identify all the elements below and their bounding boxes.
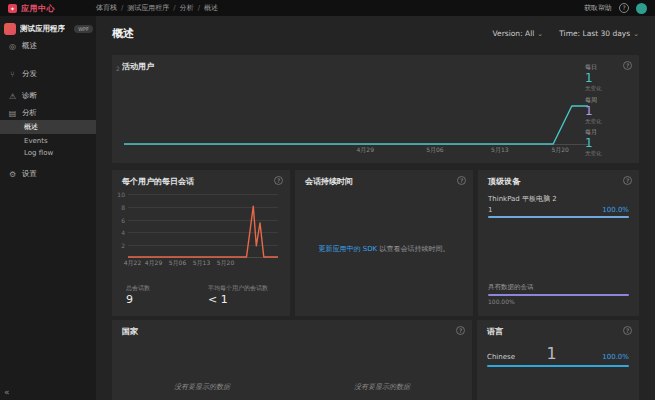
avg-sessions-per-user-stat: 平均每个用户的会话数 < 1	[208, 284, 268, 306]
x-tick: 4月29	[357, 146, 374, 155]
sidebar-item-analytics[interactable]: ▤ 分析	[0, 105, 96, 121]
sessions-with-data: 具有数据的会话 100.00%	[488, 283, 629, 305]
daily-sessions-card: 每个用户的每日会话 ? 10 8 6 4 2 4月22 4月29 5月06 5月…	[112, 170, 290, 316]
get-help-link[interactable]: 获取帮助	[584, 3, 612, 13]
weekly-active-users-stat: 每周 1 无变化	[585, 96, 633, 125]
diagnostics-icon: ⚠	[8, 92, 17, 101]
no-data-message: 没有要显示的数据	[292, 382, 472, 392]
sidebar-item-label: 概述	[24, 122, 38, 132]
device-name: ThinkPad 平板电脑 2	[488, 194, 629, 204]
card-title: 语言	[487, 326, 503, 337]
update-sdk-link[interactable]: 更新应用中的 SDK	[319, 245, 378, 253]
x-tick: 5月13	[193, 259, 210, 268]
sidebar-item-overview[interactable]: ◎ 概述	[0, 38, 96, 54]
sidebar-item-distribute[interactable]: ⑂ 分发	[0, 66, 96, 82]
stat-value: 1	[585, 105, 633, 118]
daily-sessions-line	[128, 194, 278, 258]
device-bar	[488, 216, 629, 218]
x-tick: 5月06	[169, 259, 186, 268]
time-filter-label: Time: Last 30 days	[559, 29, 630, 38]
app-center-logo-text[interactable]: 应用中心	[21, 3, 55, 14]
card-title: 会话持续时间	[305, 176, 353, 187]
daily-sessions-line-chart: 10 8 6 4 2 4月22 4月29 5月06 5月13 5月20	[128, 194, 278, 258]
stat-label: 总会话数	[126, 284, 150, 293]
message-text: 以查看会话持续时间。	[377, 245, 449, 253]
sidebar-item-label: 设置	[22, 169, 37, 179]
stat-value: 9	[126, 293, 150, 306]
app-center-logo-icon[interactable]: ✦	[8, 4, 17, 13]
main-content: 概述 Version: All ⌄ Time: Last 30 days ⌄ 活…	[96, 16, 655, 400]
breadcrumb-separator: /	[121, 4, 123, 12]
sidebar-item-label: 概述	[22, 41, 37, 51]
x-tick: 5月13	[491, 146, 508, 155]
analytics-icon: ▤	[8, 109, 17, 118]
top-devices-card: 顶级设备 ? ThinkPad 平板电脑 2 1 100.0% 具有数据的会话 …	[478, 170, 639, 316]
countries-card: 国家 ? 没有要显示的数据 没有要显示的数据	[112, 320, 472, 400]
card-title: 每个用户的每日会话	[122, 176, 194, 187]
breadcrumb-owner[interactable]: 体育栈	[96, 3, 117, 13]
stat-value: 1	[585, 137, 633, 150]
time-filter-dropdown[interactable]: Time: Last 30 days ⌄	[559, 29, 639, 38]
language-bar	[487, 365, 629, 367]
card-help-icon[interactable]: ?	[456, 326, 465, 335]
chevron-down-icon: ⌄	[633, 30, 639, 38]
stat-note: 无变化	[585, 85, 633, 92]
daily-active-users-stat: 每日 1 无变化	[585, 63, 633, 92]
sessions-with-data-bar	[488, 294, 629, 296]
x-tick: 4月29	[145, 259, 162, 268]
version-filter-dropdown[interactable]: Version: All ⌄	[493, 29, 544, 38]
y-axis-label: 2	[116, 65, 120, 72]
app-switcher[interactable]: 测试应用程序 WPF	[4, 19, 93, 39]
sidebar-item-label: 分发	[22, 69, 37, 79]
card-help-icon[interactable]: ?	[457, 176, 466, 185]
version-filter-label: Version: All	[493, 29, 535, 38]
sidebar-item-diagnostics[interactable]: ⚠ 诊断	[0, 88, 96, 104]
distribute-icon: ⑂	[8, 70, 17, 79]
languages-card: 语言 ? Chinese 1 100.0%	[477, 320, 639, 400]
card-help-icon[interactable]: ?	[274, 176, 283, 185]
language-row: Chinese 1 100.0%	[487, 344, 629, 367]
session-duration-card: 会话持续时间 ? 更新应用中的 SDK 以查看会话持续时间。	[295, 170, 473, 316]
page-title: 概述	[112, 26, 134, 41]
sessions-with-data-label: 具有数据的会话	[488, 283, 629, 292]
active-users-line-chart: 4月29 5月06 5月13 5月20	[124, 67, 588, 145]
chevron-down-icon: ⌄	[537, 30, 543, 38]
sidebar-item-label: Events	[24, 137, 48, 145]
breadcrumb-overview[interactable]: 概述	[204, 3, 218, 13]
y-tick: 2	[121, 242, 125, 249]
card-help-icon[interactable]: ?	[623, 326, 632, 335]
stat-note: 无变化	[585, 118, 633, 125]
breadcrumb-separator: /	[198, 4, 200, 12]
help-icon[interactable]: ?	[619, 3, 629, 13]
sidebar-item-label: Log flow	[24, 149, 53, 157]
monthly-active-users-stat: 每月 1 无变化	[585, 128, 633, 157]
y-tick: 6	[121, 217, 125, 224]
sidebar-item-analytics-overview[interactable]: 概述	[0, 120, 96, 134]
user-avatar[interactable]	[636, 3, 647, 14]
sidebar-item-settings[interactable]: ⚙ 设置	[0, 166, 96, 182]
breadcrumb: 体育栈 / 测试应用程序 / 分析 / 概述	[96, 3, 218, 13]
breadcrumb-separator: /	[173, 4, 175, 12]
sessions-with-data-percent: 100.00%	[488, 298, 629, 305]
app-center-brand[interactable]: ✦ 应用中心	[8, 3, 96, 14]
y-tick: 8	[121, 204, 125, 211]
stat-value: 1	[585, 72, 633, 85]
top-bar: ✦ 应用中心 体育栈 / 测试应用程序 / 分析 / 概述 获取帮助 ?	[0, 0, 655, 16]
sidebar-item-label: 分析	[22, 108, 37, 118]
sidebar-item-log-flow[interactable]: Log flow	[0, 146, 96, 160]
sidebar-item-label: 诊断	[22, 91, 37, 101]
app-name: 测试应用程序	[20, 24, 65, 34]
language-count: 1	[547, 344, 557, 363]
stat-note: 无变化	[585, 150, 633, 157]
card-help-icon[interactable]: ?	[623, 176, 632, 185]
breadcrumb-app[interactable]: 测试应用程序	[127, 3, 169, 13]
active-users-card: 活动用户 ? 2 4月29 5月06 5月13 5月20 每日 1 无变化 每周…	[112, 55, 639, 163]
sidebar-collapse-button[interactable]: «	[4, 387, 10, 397]
app-icon	[4, 23, 16, 35]
device-count: 1	[488, 206, 492, 214]
device-row: ThinkPad 平板电脑 2 1 100.0%	[488, 194, 629, 218]
language-name: Chinese	[487, 353, 515, 361]
no-data-message: 没有要显示的数据	[112, 382, 292, 392]
breadcrumb-analytics[interactable]: 分析	[180, 3, 194, 13]
app-platform-badge: WPF	[74, 25, 93, 33]
